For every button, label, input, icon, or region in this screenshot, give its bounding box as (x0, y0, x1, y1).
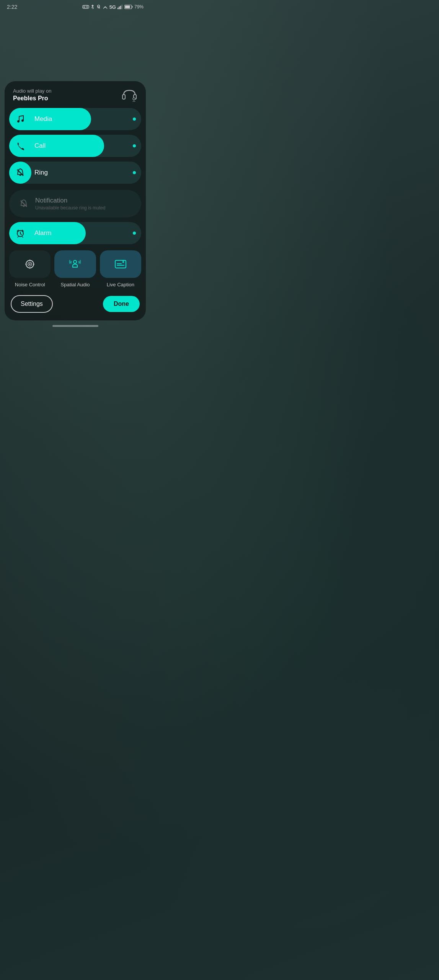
svg-point-28 (73, 260, 77, 263)
svg-point-27 (29, 263, 31, 265)
status-icons: 5G 79% (82, 4, 144, 10)
svg-point-2 (86, 6, 88, 8)
notification-icon-wrap (15, 194, 33, 213)
notification-row: Notification Unavailable because ring is… (9, 190, 141, 217)
noise-control-label: Noise Control (15, 282, 45, 287)
alarm-label: Alarm (34, 229, 51, 237)
spatial-audio-icon (68, 257, 82, 271)
ring-slider[interactable]: Ring (9, 162, 141, 184)
call-dot (133, 144, 136, 147)
alarm-slider-wrap: Alarm (9, 222, 141, 244)
alarm-dot (133, 232, 136, 235)
svg-rect-11 (132, 6, 132, 8)
done-button[interactable]: Done (103, 296, 140, 312)
svg-rect-6 (118, 8, 119, 9)
alarm-icon-wrap (9, 222, 31, 244)
media-label: Media (34, 115, 52, 123)
media-dot (133, 118, 136, 121)
svg-point-16 (17, 120, 20, 122)
notification-text: Notification Unavailable because ring is… (35, 197, 105, 211)
bluetooth-icon (91, 4, 95, 10)
audio-output-text: Audio will play on Peebles Pro (13, 88, 51, 102)
quick-actions: Noise Control Spatial Audio (9, 250, 141, 287)
svg-rect-9 (121, 5, 122, 9)
time-display: 2:22 (7, 4, 17, 10)
media-slider[interactable]: Media (9, 108, 141, 130)
media-icon-wrap (9, 108, 31, 130)
alarm-icon (15, 228, 25, 238)
svg-rect-13 (122, 95, 125, 99)
spatial-audio-item: Spatial Audio (54, 250, 96, 287)
mute-icon (96, 5, 101, 10)
notification-mute-icon (19, 199, 29, 209)
music-icon (16, 114, 25, 124)
network-label: 5G (109, 4, 116, 10)
status-bar: 2:22 5G (0, 0, 150, 12)
svg-point-32 (122, 261, 124, 263)
audio-output-label: Audio will play on (13, 88, 51, 94)
call-slider[interactable]: Call (9, 135, 141, 157)
spatial-audio-button[interactable] (54, 250, 96, 278)
audio-panel: Audio will play on Peebles Pro Media (5, 81, 146, 320)
svg-rect-7 (119, 7, 120, 9)
live-caption-label: Live Caption (107, 282, 134, 287)
svg-point-15 (133, 98, 135, 100)
settings-button[interactable]: Settings (11, 295, 53, 313)
alarm-slider[interactable]: Alarm (9, 222, 141, 244)
live-caption-item: Live Caption (100, 250, 141, 287)
signal-icon (118, 5, 123, 9)
battery-label: 79% (134, 4, 144, 10)
svg-rect-8 (120, 6, 121, 9)
ring-mute-icon (15, 168, 25, 178)
ring-label: Ring (34, 169, 48, 176)
spatial-audio-label: Spatial Audio (61, 282, 90, 287)
headphones-icon (121, 88, 137, 102)
notification-sublabel: Unavailable because ring is muted (35, 205, 105, 211)
vr-icon (82, 5, 89, 9)
noise-control-item: Noise Control (9, 250, 51, 287)
svg-rect-12 (125, 6, 130, 8)
audio-output-row: Audio will play on Peebles Pro (9, 81, 141, 108)
svg-point-1 (83, 6, 85, 8)
svg-line-3 (91, 7, 93, 8)
volume-sliders: Media Call (9, 108, 141, 184)
call-label: Call (34, 142, 46, 150)
battery-icon (124, 5, 133, 9)
bottom-buttons: Settings Done (9, 295, 141, 313)
live-caption-icon (114, 257, 127, 271)
notification-label: Notification (35, 197, 105, 204)
ring-dot (133, 171, 136, 174)
hotspot-icon (103, 4, 108, 10)
audio-output-device: Peebles Pro (13, 95, 51, 102)
call-icon (16, 141, 25, 150)
noise-control-icon (23, 257, 37, 271)
home-bar (52, 325, 98, 327)
svg-point-17 (21, 119, 24, 122)
call-icon-wrap (9, 135, 31, 157)
live-caption-button[interactable] (100, 250, 141, 278)
ring-icon-wrap (9, 162, 31, 184)
home-indicator (0, 320, 150, 330)
noise-control-button[interactable] (9, 250, 51, 278)
